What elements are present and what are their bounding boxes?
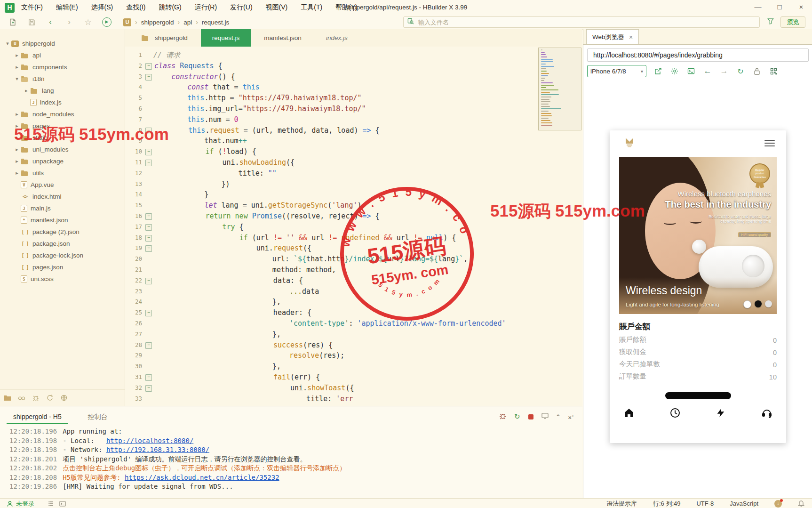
- browser-forward-icon[interactable]: →: [719, 66, 729, 76]
- tree-item-unpackage[interactable]: ▸unpackage: [0, 155, 125, 167]
- debug-icon[interactable]: [31, 393, 40, 403]
- tree-toggle-icon[interactable]: ▸: [13, 146, 21, 153]
- fold-icon[interactable]: −: [145, 63, 152, 70]
- line-number[interactable]: 26: [125, 318, 142, 329]
- tree-item-package.json[interactable]: [ ]package.json: [0, 238, 125, 250]
- status-item[interactable]: 行:6 列:49: [653, 500, 681, 508]
- line-number[interactable]: 15: [125, 200, 142, 211]
- tree-item-package (2).json[interactable]: [ ]package (2).json: [0, 226, 125, 238]
- debug-bug-icon[interactable]: [499, 412, 506, 421]
- line-number[interactable]: 10: [125, 146, 142, 157]
- tree-toggle-icon[interactable]: ▸: [13, 64, 21, 70]
- filter-icon[interactable]: [767, 18, 774, 26]
- menu-hamburger-icon[interactable]: [764, 140, 775, 146]
- menu-item[interactable]: 运行(R): [195, 3, 217, 12]
- star-icon[interactable]: ☆: [82, 17, 94, 27]
- line-number[interactable]: 14: [125, 189, 142, 200]
- plugins-icon[interactable]: [59, 393, 69, 403]
- menu-item[interactable]: 帮助(Y): [335, 3, 358, 12]
- console-tab-project[interactable]: shippergold - H5: [13, 406, 62, 427]
- stop-icon[interactable]: [528, 414, 533, 419]
- close-tab-icon[interactable]: ×: [629, 33, 633, 41]
- search-input[interactable]: [417, 18, 756, 26]
- collapse-panel-icon[interactable]: ^: [557, 414, 560, 420]
- tree-item-i18n[interactable]: ▾i18n: [0, 73, 125, 85]
- log-link[interactable]: http://localhost:8080/: [106, 437, 193, 444]
- tree-item-api[interactable]: ▸api: [0, 49, 125, 61]
- tree-item-components[interactable]: ▸components: [0, 61, 125, 73]
- line-number[interactable]: 5: [125, 93, 142, 104]
- log-link[interactable]: http://192.168.31.33:8080/: [106, 446, 209, 453]
- menu-item[interactable]: 发行(U): [230, 3, 252, 12]
- close-panel-icon[interactable]: ×+: [568, 413, 574, 420]
- fold-icon[interactable]: −: [145, 74, 152, 81]
- line-number[interactable]: 21: [125, 265, 142, 275]
- tree-item-lang[interactable]: ▸lang: [0, 85, 125, 97]
- menu-item[interactable]: 文件(F): [21, 3, 43, 12]
- back-icon[interactable]: ‹: [44, 17, 56, 27]
- sync-icon[interactable]: [45, 393, 55, 403]
- line-number[interactable]: 1: [125, 50, 142, 61]
- tree-toggle-icon[interactable]: ▸: [13, 170, 21, 176]
- fold-icon[interactable]: −: [145, 213, 152, 220]
- color-dot[interactable]: [743, 300, 751, 308]
- menu-item[interactable]: 编辑(E): [56, 3, 78, 12]
- line-number[interactable]: 23: [125, 286, 142, 297]
- refresh-icon[interactable]: ↻: [736, 66, 745, 76]
- fold-icon[interactable]: −: [145, 385, 152, 392]
- clock-icon[interactable]: [669, 407, 681, 419]
- line-number[interactable]: 29: [125, 350, 142, 361]
- line-number[interactable]: 3: [125, 72, 142, 82]
- web-browser-tab[interactable]: Web浏览器 ×: [586, 29, 639, 44]
- tree-item-main.js[interactable]: Jmain.js: [0, 202, 125, 214]
- unlock-icon[interactable]: [752, 66, 762, 76]
- home-icon[interactable]: [623, 407, 635, 419]
- tree-item-pages.json[interactable]: [ ]pages.json: [0, 261, 125, 273]
- menu-item[interactable]: 工具(T): [301, 3, 322, 12]
- tree-item-uni.scss[interactable]: Suni.scss: [0, 273, 125, 285]
- line-number[interactable]: 6: [125, 104, 142, 114]
- file-search[interactable]: [403, 16, 760, 28]
- line-number[interactable]: 12: [125, 168, 142, 179]
- console-icon[interactable]: [686, 66, 696, 76]
- line-number[interactable]: 28: [125, 340, 142, 351]
- line-number[interactable]: 27: [125, 329, 142, 340]
- line-number[interactable]: 18: [125, 233, 142, 243]
- line-number[interactable]: 19: [125, 243, 142, 254]
- line-number[interactable]: 2: [125, 61, 142, 72]
- fold-icon[interactable]: −: [145, 160, 152, 166]
- fold-icon[interactable]: −: [145, 342, 152, 349]
- login-status[interactable]: 未登录: [7, 500, 34, 508]
- status-item[interactable]: UTF-8: [696, 500, 714, 507]
- line-number[interactable]: 30: [125, 361, 142, 372]
- line-number[interactable]: 31: [125, 372, 142, 383]
- bell-icon[interactable]: [798, 500, 804, 508]
- console-tab-console[interactable]: 控制台: [88, 406, 108, 427]
- minimap-viewport[interactable]: [538, 48, 581, 130]
- tree-item-index.html[interactable]: <>index.html: [0, 191, 125, 202]
- tree-item-shippergold[interactable]: ▾Ushippergold: [0, 38, 125, 49]
- color-dot[interactable]: [765, 300, 772, 307]
- tree-toggle-icon[interactable]: ▾: [4, 40, 11, 47]
- forward-icon[interactable]: ›: [63, 17, 75, 27]
- grab-progress-pill[interactable]: [665, 392, 731, 399]
- editor-tab-index.js[interactable]: index.js: [315, 29, 359, 47]
- url-bar[interactable]: [587, 48, 809, 62]
- clear-console-icon[interactable]: [541, 412, 549, 421]
- line-number[interactable]: 25: [125, 307, 142, 318]
- menu-item[interactable]: 跳转(G): [159, 3, 181, 12]
- minimize-icon[interactable]: —: [747, 0, 769, 15]
- tree-item-node_modules[interactable]: ▸node_modules: [0, 108, 125, 120]
- status-item[interactable]: JavaScript: [730, 500, 758, 507]
- url-input[interactable]: [592, 51, 804, 59]
- line-number[interactable]: 22: [125, 275, 142, 286]
- fold-icon[interactable]: −: [145, 310, 152, 316]
- open-external-icon[interactable]: [653, 66, 663, 76]
- status-item[interactable]: 语法提示库: [606, 500, 637, 508]
- fold-icon[interactable]: −: [145, 235, 152, 242]
- headset-icon[interactable]: [761, 407, 773, 419]
- tree-item-package-lock.json[interactable]: [ ]package-lock.json: [0, 250, 125, 261]
- terminal-icon[interactable]: [59, 501, 66, 507]
- menu-item[interactable]: 选择(S): [91, 3, 113, 12]
- breadcrumb-item[interactable]: api: [183, 19, 192, 26]
